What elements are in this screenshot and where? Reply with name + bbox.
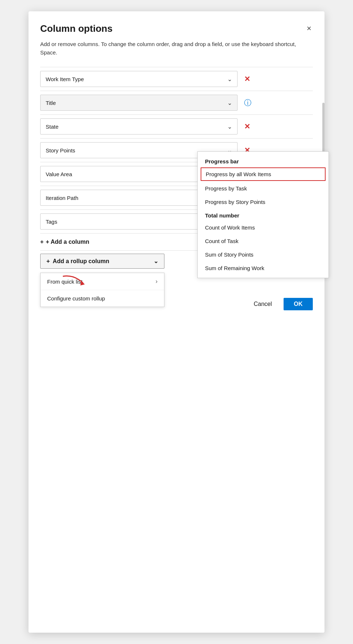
cancel-button[interactable]: Cancel <box>246 298 279 310</box>
dialog-title: Column options <box>40 23 113 34</box>
add-rollup-label: Add a rollup column <box>53 258 109 265</box>
info-title-button[interactable]: ⓘ <box>241 96 254 109</box>
plus-icon: + <box>40 239 43 245</box>
sum-of-story-points-item[interactable]: Sum of Story Points <box>198 248 329 261</box>
chevron-right-icon: › <box>156 278 157 285</box>
arrow-annotation <box>59 273 88 289</box>
column-row: Work Item Type ⌄ ✕ <box>40 67 313 91</box>
column-label: Work Item Type <box>46 76 84 82</box>
dialog-header: Column options × <box>40 23 313 34</box>
ok-button[interactable]: OK <box>284 298 313 310</box>
work-item-type-select[interactable]: Work Item Type ⌄ <box>40 71 238 87</box>
column-label: Tags <box>46 219 57 225</box>
plus-icon: + <box>46 258 50 265</box>
progress-by-story-points-item[interactable]: Progress by Story Points <box>198 195 329 209</box>
remove-work-item-type-button[interactable]: ✕ <box>241 73 253 85</box>
state-select[interactable]: State ⌄ <box>40 118 238 135</box>
chevron-down-icon: ⌄ <box>153 258 158 265</box>
add-column-button[interactable]: + + Add a column <box>40 239 89 245</box>
rollup-section: + Add a rollup column ⌄ From quick list … <box>40 254 313 269</box>
count-of-work-items-item[interactable]: Count of Work Items <box>198 221 329 234</box>
total-number-section-label: Total number <box>198 209 329 221</box>
progress-by-task-item[interactable]: Progress by Task <box>198 182 329 195</box>
close-button[interactable]: × <box>305 23 313 34</box>
column-label: State <box>46 124 58 130</box>
column-row: State ⌄ ✕ <box>40 115 313 139</box>
progress-bar-section-label: Progress bar <box>198 155 329 167</box>
count-of-task-item[interactable]: Count of Task <box>198 234 329 248</box>
title-select[interactable]: Title ⌄ <box>40 95 238 111</box>
remove-state-button[interactable]: ✕ <box>241 121 253 132</box>
column-label: Story Points <box>46 147 75 154</box>
rollup-dropdown: From quick list › Configure custom rollu… <box>40 273 164 307</box>
column-label: Iteration Path <box>46 195 78 201</box>
column-label: Value Area <box>46 171 72 177</box>
sum-of-remaining-work-item[interactable]: Sum of Remaining Work <box>198 261 329 275</box>
add-column-label: + Add a column <box>46 239 89 245</box>
svg-marker-0 <box>80 281 85 285</box>
add-rollup-button[interactable]: + Add a rollup column ⌄ <box>40 254 164 269</box>
right-dropdown: Progress bar Progress by all Work Items … <box>197 151 329 278</box>
column-row: Title ⌄ ⓘ <box>40 91 313 115</box>
configure-custom-rollup-label: Configure custom rollup <box>47 295 105 302</box>
chevron-down-icon: ⌄ <box>227 123 232 130</box>
progress-by-all-work-items-item[interactable]: Progress by all Work Items <box>201 167 326 181</box>
chevron-down-icon: ⌄ <box>227 76 232 83</box>
configure-custom-rollup-item[interactable]: Configure custom rollup <box>41 290 164 307</box>
chevron-down-icon: ⌄ <box>227 99 232 106</box>
column-label: Title <box>46 100 56 106</box>
dialog-description: Add or remove columns. To change the col… <box>40 40 313 57</box>
column-options-dialog: Column options × Add or remove columns. … <box>29 11 324 633</box>
